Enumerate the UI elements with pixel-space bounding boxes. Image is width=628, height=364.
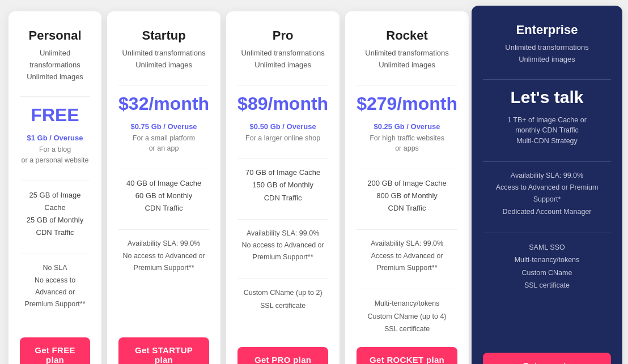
plan-name-startup: Startup xyxy=(142,28,186,43)
enterprise-sla: Availability SLA: 99.0%Access to Advance… xyxy=(496,170,599,218)
divider1-personal xyxy=(20,96,90,97)
plan-name-rocket: Rocket xyxy=(386,28,427,43)
divider3-personal xyxy=(20,254,90,254)
plan-button-pro[interactable]: Get PRO plan xyxy=(237,347,328,364)
plan-sla-rocket: Availability SLA: 99.0%Access to Advance… xyxy=(371,238,443,274)
plan-card-startup: Startup Unlimited transformationsUnlimit… xyxy=(107,11,220,364)
plan-use-case-startup: For a small platformor an app xyxy=(133,133,195,155)
plan-price-startup: $32/month xyxy=(118,93,209,114)
plan-button-personal[interactable]: Get FREE plan xyxy=(20,337,90,364)
plan-overuse-rocket: $0.25 Gb / Overuse xyxy=(374,122,440,131)
plan-card-personal: Personal Unlimited transformationsUnlimi… xyxy=(9,11,101,364)
divider1-rocket xyxy=(357,85,457,85)
divider2-startup xyxy=(118,169,209,169)
plan-sla-personal: No SLANo access to Advanced orPremium Su… xyxy=(20,262,90,310)
enterprise-plan-name: Enterprise xyxy=(516,23,578,37)
enterprise-price: Let's talk xyxy=(511,88,584,107)
enterprise-divider3 xyxy=(483,233,611,233)
plan-cache-pro: 70 GB of Image Cache150 GB of MonthlyCDN… xyxy=(245,166,320,204)
divider2-personal xyxy=(20,181,90,181)
plan-cache-personal: 25 GB of Image Cache25 GB of MonthlyCDN … xyxy=(20,189,90,239)
plan-cache-rocket: 200 GB of Image Cache800 GB of MonthlyCD… xyxy=(367,177,446,215)
plan-features-top-startup: Unlimited transformationsUnlimited image… xyxy=(122,48,205,71)
plan-extras-rocket: Multi-tenancy/tokensCustom CName (up to … xyxy=(368,297,447,336)
divider3-pro xyxy=(237,219,328,220)
plan-features-top-rocket: Unlimited transformationsUnlimited image… xyxy=(365,48,448,71)
divider-extras-rocket xyxy=(357,289,457,289)
enterprise-features-top: Unlimited transformationsUnlimited image… xyxy=(505,42,588,66)
plan-sla-pro: Availability SLA: 99.0%No access to Adva… xyxy=(241,228,324,264)
plan-overuse-pro: $0.50 Gb / Overuse xyxy=(250,122,316,131)
plan-sla-startup: Availability SLA: 99.0%No access to Adva… xyxy=(122,238,205,274)
plan-overuse-personal: $1 Gb / Overuse xyxy=(27,134,83,142)
plan-overuse-startup: $0.75 Gb / Overuse xyxy=(131,122,197,131)
pricing-container: Personal Unlimited transformationsUnlimi… xyxy=(6,6,622,364)
plan-price-personal: FREE xyxy=(31,105,79,126)
enterprise-extras: SAML SSOMulti-tenancy/tokensCustom CName… xyxy=(515,241,580,292)
plan-cache-startup: 40 GB of Image Cache60 GB of MonthlyCDN … xyxy=(126,177,201,215)
enterprise-get-quote-button[interactable]: Get a quote xyxy=(483,353,611,364)
divider2-pro xyxy=(237,158,328,159)
plan-button-startup[interactable]: Get STARTUP plan xyxy=(118,337,209,364)
plan-card-rocket: Rocket Unlimited transformationsUnlimite… xyxy=(345,11,469,364)
plan-use-case-rocket: For high traffic websitesor apps xyxy=(370,133,444,155)
divider-extras-pro xyxy=(237,278,328,279)
plan-price-rocket: $279/month xyxy=(357,93,457,114)
enterprise-divider2 xyxy=(483,161,611,162)
plan-name-pro: Pro xyxy=(273,28,294,43)
enterprise-divider xyxy=(483,79,611,80)
plan-features-top-personal: Unlimited transformationsUnlimited image… xyxy=(20,48,90,83)
plan-card-enterprise: Enterprise Unlimited transformationsUnli… xyxy=(472,6,622,364)
divider1-startup xyxy=(118,85,209,85)
plan-use-case-pro: For a larger online shop xyxy=(245,133,320,144)
plan-card-pro: Pro Unlimited transformationsUnlimited i… xyxy=(226,11,340,364)
divider1-pro xyxy=(237,85,328,85)
plan-button-rocket[interactable]: Get ROCKET plan xyxy=(357,347,457,364)
plan-name-personal: Personal xyxy=(29,28,82,43)
plan-extras-pro: Custom CName (up to 2)SSL certificate xyxy=(244,286,323,312)
divider3-startup xyxy=(118,229,209,230)
enterprise-use-case: 1 TB+ of Image Cache ormonthly CDN Traff… xyxy=(507,115,587,147)
plan-features-top-pro: Unlimited transformationsUnlimited image… xyxy=(241,48,324,71)
divider3-rocket xyxy=(357,229,457,230)
divider2-rocket xyxy=(357,169,457,169)
plan-use-case-personal: For a blogor a personal website xyxy=(22,144,89,166)
plan-price-pro: $89/month xyxy=(237,93,328,114)
